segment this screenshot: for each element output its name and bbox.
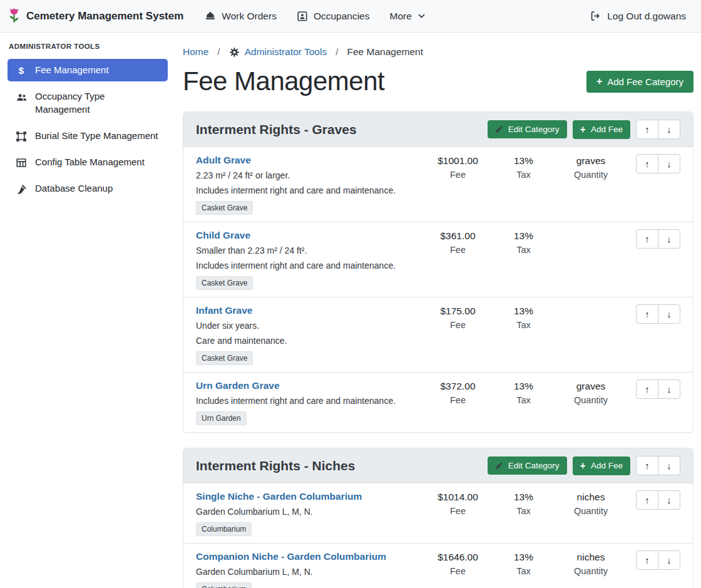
tulip-logo-icon [8,8,21,24]
fee-tax-column: 13% Tax [494,304,553,330]
fee-description: 2.23 m² / 24 ft² or larger. [196,170,416,181]
arrow-up-icon: ↑ [645,234,650,244]
move-fee-up-button[interactable]: ↑ [636,229,658,249]
sidebar-item-burial-site-type-management[interactable]: Burial Site Type Management [8,125,168,147]
move-category-down-button[interactable]: ↓ [658,456,680,475]
arrow-up-icon: ↑ [645,495,650,505]
fee-tax: 13% [494,155,553,167]
sidebar-item-occupancy-type-management[interactable]: Occupancy Type Management [8,85,168,121]
fee-quantity-label: Quantity [553,395,628,405]
breadcrumb: Home / Administrator Tools / Fee Managem… [183,46,693,58]
arrow-up-icon: ↑ [645,555,650,565]
fee-name-link[interactable]: Adult Grave [196,155,251,165]
breadcrumb-separator: / [327,46,347,58]
occupancy-icon [297,11,308,22]
fee-description: Smaller than 2.23 m² / 24 ft². [196,245,416,256]
nav-label: More [390,11,412,22]
fee-quantity-column: graves Quantity [553,379,628,405]
fee-type-badge: Urn Garden [196,411,247,425]
fee-amount-label: Fee [422,170,494,180]
logout-link[interactable]: Log Out d.gowans [590,10,686,22]
arrow-down-icon: ↓ [667,461,672,470]
move-category-down-button[interactable]: ↓ [658,120,680,139]
edit-category-button[interactable]: Edit Category [488,120,567,138]
move-fee-up-button[interactable]: ↑ [636,490,658,510]
move-fee-up-button[interactable]: ↑ [636,550,658,570]
arrow-down-icon: ↓ [667,159,672,168]
arrow-up-icon: ↑ [645,159,650,168]
move-category-up-button[interactable]: ↑ [636,120,658,139]
fee-amount-label: Fee [422,320,494,330]
fee-description: Includes interment right and care and ma… [196,396,416,406]
fee-reorder-buttons: ↑ ↓ [636,490,680,510]
move-fee-up-button[interactable]: ↑ [636,154,658,173]
fee-name-link[interactable]: Single Niche - Garden Columbarium [196,491,362,502]
fee-amount-column: $175.00 Fee [422,304,494,330]
sidebar-item-label: Occupancy Type Management [35,90,160,116]
arrow-down-icon: ↓ [667,555,672,565]
sidebar-item-label: Config Table Management [35,156,145,168]
add-fee-category-button[interactable]: + Add Fee Category [586,71,693,93]
sidebar-item-fee-management[interactable]: $ Fee Management [8,59,168,81]
nav-occupancies[interactable]: Occupancies [297,11,370,22]
breadcrumb-admin-tools-link[interactable]: Administrator Tools [229,46,327,58]
nav-work-orders[interactable]: Work Orders [205,11,277,22]
category-title: Interment Rights - Graves [196,122,357,137]
fee-amount: $1646.00 [422,551,494,563]
sidebar-item-database-cleanup[interactable]: Database Cleanup [8,177,168,200]
move-fee-down-button[interactable]: ↓ [658,550,680,570]
fee-reorder-buttons: ↑ ↓ [636,379,680,399]
category-header: Interment Rights - Niches Edit Category … [183,448,693,483]
add-fee-category-label: Add Fee Category [607,76,683,87]
fee-info: Urn Garden Grave Includes interment righ… [196,379,422,425]
fee-info: Infant Grave Under six years. Care and m… [196,304,422,365]
fee-amount-column: $372.00 Fee [422,379,494,405]
arrow-up-icon: ↑ [645,125,650,134]
add-fee-button[interactable]: + Add Fee [573,120,630,139]
move-fee-down-button[interactable]: ↓ [658,229,680,249]
fee-tax-column: 13% Tax [494,154,553,180]
nav-more[interactable]: More [390,11,426,22]
fee-row: Companion Niche - Garden Columbarium Gar… [183,544,693,588]
fee-tax-label: Tax [494,170,553,180]
fee-name-link[interactable]: Child Grave [196,230,250,240]
arrow-down-icon: ↓ [667,495,672,505]
move-fee-up-button[interactable]: ↑ [636,304,658,324]
move-fee-down-button[interactable]: ↓ [658,490,680,510]
fee-quantity-column [553,229,628,230]
fee-name-link[interactable]: Infant Grave [196,305,252,316]
fee-quantity-label: Quantity [553,566,628,576]
fee-description: Includes interment right and care and ma… [196,185,416,196]
move-fee-down-button[interactable]: ↓ [658,154,680,173]
chevron-down-icon [417,12,426,20]
add-fee-button[interactable]: + Add Fee [573,456,630,475]
pencil-icon [495,125,503,133]
move-fee-down-button[interactable]: ↓ [658,304,680,324]
fee-amount: $1001.00 [422,155,494,167]
edit-category-label: Edit Category [508,461,560,470]
arrow-down-icon: ↓ [667,234,672,244]
breadcrumb-home-link[interactable]: Home [183,46,208,58]
fee-type-badge: Casket Grave [196,201,253,215]
sidebar-item-config-table-management[interactable]: Config Table Management [8,151,168,173]
fee-description: Care and maintenance. [196,336,416,346]
fee-reorder-buttons: ↑ ↓ [636,229,680,249]
arrow-up-icon: ↑ [645,309,650,319]
fee-amount-column: $361.00 Fee [422,229,494,255]
dollar-icon: $ [15,65,28,76]
fee-amount-label: Fee [422,395,494,405]
fee-name-link[interactable]: Companion Niche - Garden Columbarium [196,551,386,562]
app-brand[interactable]: Cemetery Management System [8,8,183,24]
fee-quantity-column: niches Quantity [553,550,628,576]
nav-label: Work Orders [222,11,277,22]
fee-info: Child Grave Smaller than 2.23 m² / 24 ft… [196,229,422,290]
fee-row: Urn Garden Grave Includes interment righ… [183,373,693,432]
plus-icon: + [580,461,586,471]
move-fee-up-button[interactable]: ↑ [636,379,658,399]
sidebar-item-label: Burial Site Type Management [35,130,158,142]
edit-category-button[interactable]: Edit Category [488,456,567,475]
fee-name-link[interactable]: Urn Garden Grave [196,380,280,391]
arrow-down-icon: ↓ [667,125,672,134]
move-fee-down-button[interactable]: ↓ [658,379,680,399]
move-category-up-button[interactable]: ↑ [636,456,658,475]
